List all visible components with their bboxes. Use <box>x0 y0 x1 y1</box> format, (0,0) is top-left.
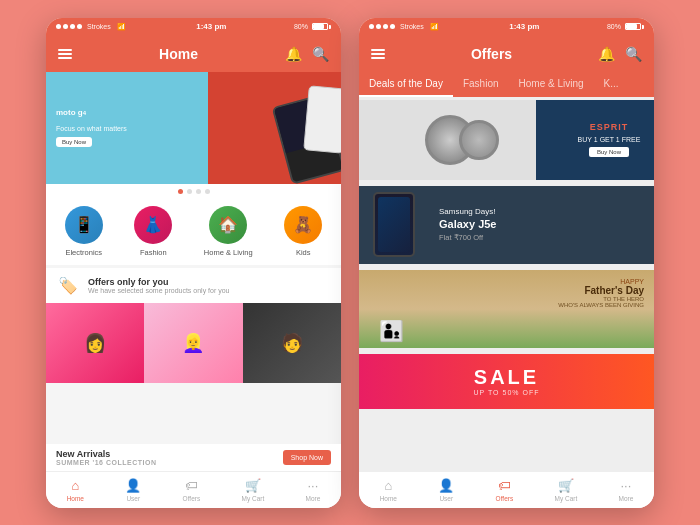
categories-section: 📱 Electronics 👗 Fashion 🏠 Home & Living <box>46 198 341 265</box>
nav-home[interactable]: ⌂ Home <box>67 478 84 502</box>
battery-pct-left: 80% <box>294 23 308 30</box>
time-left: 1:43 pm <box>196 22 226 31</box>
deal-card-fathers: 👨‍👦 HAPPY Father's Day TO THE HERO WHO'S… <box>359 270 654 348</box>
samsung-phone-image <box>359 190 429 260</box>
moto-logo: moto g4 <box>56 108 198 121</box>
esprit-logo: ESPRIT <box>590 122 629 132</box>
arrival-cell-3: 🧑 <box>243 303 341 383</box>
arrival-cell-1: 👩 <box>46 303 144 383</box>
phones-container: Strokes 📶 1:43 pm 80% Home 🔔 🔍 <box>46 18 654 508</box>
right-phone: Strokes 📶 1:43 pm 80% Offers 🔔 🔍 <box>359 18 654 508</box>
signal-dot-r3 <box>383 24 388 29</box>
watch-small <box>459 120 499 160</box>
hamburger-menu-right[interactable] <box>371 49 385 59</box>
hero-buy-btn[interactable]: Buy Now <box>56 137 92 147</box>
nav-more[interactable]: ··· More <box>306 478 321 502</box>
tab-k[interactable]: K... <box>594 72 629 97</box>
dot-1[interactable] <box>178 189 183 194</box>
header-icons-left: 🔔 🔍 <box>285 46 329 62</box>
tab-fashion[interactable]: Fashion <box>453 72 509 97</box>
nav-offers-right[interactable]: 🏷 Offers <box>496 478 514 502</box>
watches-image <box>359 110 564 170</box>
cart-nav-label: My Cart <box>241 495 264 502</box>
status-left-right: Strokes 📶 <box>369 23 439 31</box>
user-nav-label-right: User <box>439 495 453 502</box>
esprit-side: ESPRIT BUY 1 GET 1 FREE Buy Now <box>564 100 654 180</box>
arrivals-info: New Arrivals Summer '16 Collection <box>56 449 156 466</box>
battery-icon-right <box>625 23 644 30</box>
signal-dot-r4 <box>390 24 395 29</box>
fathers-figure-icon: 👨‍👦 <box>379 319 404 343</box>
status-right-left: 80% <box>294 23 331 30</box>
category-fashion[interactable]: 👗 Fashion <box>134 206 172 257</box>
wifi-icon-right: 📶 <box>430 23 439 31</box>
search-icon[interactable]: 🔍 <box>312 46 329 62</box>
bottom-nav-right: ⌂ Home 👤 User 🏷 Offers 🛒 My Cart ··· Mor… <box>359 471 654 508</box>
category-label-kids: Kids <box>296 248 311 257</box>
shop-now-button[interactable]: Shop Now <box>283 450 331 465</box>
category-kids[interactable]: 🧸 Kids <box>284 206 322 257</box>
hero-right <box>208 72 341 184</box>
tab-deals-of-day[interactable]: Deals of the Day <box>359 72 453 97</box>
arrivals-grid: 👩 👱‍♀️ 🧑 <box>46 303 341 383</box>
header-title-right: Offers <box>471 46 512 62</box>
hamburger-menu[interactable] <box>58 49 72 59</box>
esprit-buy-btn[interactable]: Buy Now <box>589 147 629 157</box>
fathers-day-title: Father's Day <box>558 285 644 296</box>
fathers-happy: HAPPY <box>558 278 644 285</box>
deal-card-samsung: Samsung Days! Galaxy J5e Flat ₹700 Off <box>359 186 654 264</box>
arrival-cell-2: 👱‍♀️ <box>144 303 242 383</box>
category-circle-kids: 🧸 <box>284 206 322 244</box>
network-name-right: Strokes <box>400 23 424 30</box>
new-arrivals-section: 👩 👱‍♀️ 🧑 New Arrivals Summer '16 Collect… <box>46 303 341 471</box>
header-icons-right: 🔔 🔍 <box>598 46 642 62</box>
hero-bg: moto g4 Focus on what matters Buy Now <box>46 72 341 184</box>
tab-home-living[interactable]: Home & Living <box>509 72 594 97</box>
offers-nav-label: Offers <box>183 495 201 502</box>
nav-more-right[interactable]: ··· More <box>619 478 634 502</box>
deals-content: ESPRIT BUY 1 GET 1 FREE Buy Now Samsung … <box>359 97 654 471</box>
nav-offers[interactable]: 🏷 Offers <box>183 478 201 502</box>
nav-user-right[interactable]: 👤 User <box>438 478 454 502</box>
deal-card-sale: SALE UP TO 50% OFF <box>359 354 654 409</box>
home-icon: 🏠 <box>209 206 247 244</box>
category-electronics[interactable]: 📱 Electronics <box>65 206 103 257</box>
user-nav-icon-right: 👤 <box>438 478 454 493</box>
samsung-info: Samsung Days! Galaxy J5e Flat ₹700 Off <box>429 197 654 252</box>
dot-3[interactable] <box>196 189 201 194</box>
offers-nav-icon-right: 🏷 <box>498 478 511 493</box>
status-bar-left: Strokes 📶 1:43 pm 80% <box>46 18 341 36</box>
category-label-home: Home & Living <box>204 248 253 257</box>
dot-4[interactable] <box>205 189 210 194</box>
left-phone: Strokes 📶 1:43 pm 80% Home 🔔 🔍 <box>46 18 341 508</box>
nav-cart-right[interactable]: 🛒 My Cart <box>554 478 577 502</box>
hero-tagline: Focus on what matters <box>56 125 198 132</box>
carousel-dots <box>46 184 341 198</box>
kids-icon: 🧸 <box>284 206 322 244</box>
time-right: 1:43 pm <box>509 22 539 31</box>
more-nav-label: More <box>306 495 321 502</box>
offers-nav-label-right: Offers <box>496 495 514 502</box>
dot-2[interactable] <box>187 189 192 194</box>
home-nav-label-right: Home <box>380 495 397 502</box>
category-home[interactable]: 🏠 Home & Living <box>204 206 253 257</box>
header-right: Offers 🔔 🔍 <box>359 36 654 72</box>
nav-user[interactable]: 👤 User <box>125 478 141 502</box>
signal-dot-3 <box>70 24 75 29</box>
nav-cart[interactable]: 🛒 My Cart <box>241 478 264 502</box>
search-icon-right[interactable]: 🔍 <box>625 46 642 62</box>
fashion-icon: 👗 <box>134 206 172 244</box>
category-circle-electronics: 📱 <box>65 206 103 244</box>
nav-home-right[interactable]: ⌂ Home <box>380 478 397 502</box>
bell-icon[interactable]: 🔔 <box>285 46 302 62</box>
offers-nav-icon: 🏷 <box>185 478 198 493</box>
more-nav-icon-right: ··· <box>621 478 632 493</box>
esprit-offer: BUY 1 GET 1 FREE <box>578 136 641 143</box>
offers-title: Offers only for you <box>88 277 230 287</box>
home-nav-icon-right: ⌂ <box>384 478 392 493</box>
samsung-discount: Flat ₹700 Off <box>439 233 644 242</box>
bell-icon-right[interactable]: 🔔 <box>598 46 615 62</box>
samsung-days-label: Samsung Days! <box>439 207 644 216</box>
left-phone-body: moto g4 Focus on what matters Buy Now <box>46 72 341 471</box>
arrival-content-3: 🧑 <box>243 303 341 383</box>
